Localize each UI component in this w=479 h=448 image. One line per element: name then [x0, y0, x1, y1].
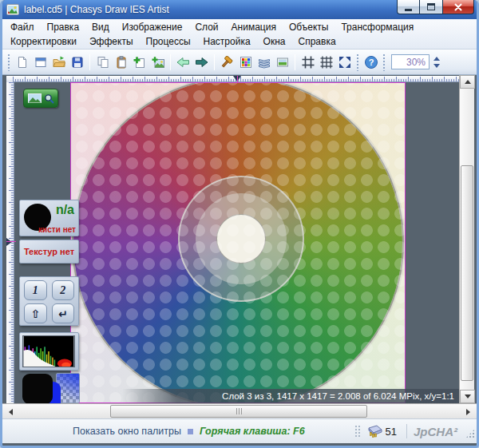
- photo-thumbnail-icon: [28, 93, 42, 103]
- copy-icon: [97, 56, 109, 69]
- cd-disc-artwork: [73, 82, 402, 403]
- zoom-up-button[interactable]: [431, 55, 441, 62]
- paste-icon: [115, 56, 128, 69]
- zoom-level-input[interactable]: [391, 54, 430, 69]
- statusbar-grip: [354, 425, 361, 438]
- redo-icon: [195, 56, 208, 69]
- chevron-up-icon: [433, 57, 440, 61]
- new-image-layer-icon: [152, 56, 164, 69]
- menu-layer[interactable]: Слой: [188, 21, 224, 34]
- enter-button[interactable]: ↵: [52, 303, 75, 323]
- menubar: Файл Правка Вид Изображение Слой Анимаци…: [2, 19, 477, 50]
- redo-button[interactable]: [192, 53, 211, 71]
- new-document-icon: [16, 56, 29, 69]
- close-button[interactable]: [442, 0, 474, 14]
- new-document-button[interactable]: [13, 53, 31, 71]
- hammer-icon: [221, 56, 234, 69]
- menu-animation[interactable]: Анимация: [225, 21, 283, 34]
- minimize-button[interactable]: [397, 0, 420, 14]
- app-window: label.cd5 | Chasys Draw IES Artist Файл …: [0, 0, 479, 448]
- menu-edit[interactable]: Правка: [41, 21, 86, 34]
- scroll-right-button[interactable]: [461, 405, 475, 418]
- horizontal-scrollbar[interactable]: [2, 403, 477, 418]
- statusbar: Показать окно палитры Горячая клавиша: F…: [2, 418, 477, 443]
- save-button[interactable]: [68, 53, 86, 71]
- toolbar-grip[interactable]: [6, 54, 11, 71]
- texture-panel[interactable]: Текстур нет: [19, 240, 79, 264]
- zoom-spinner: [431, 55, 441, 69]
- menu-objects[interactable]: Объекты: [283, 21, 335, 34]
- image-button[interactable]: [273, 53, 291, 71]
- menu-image[interactable]: Изображение: [116, 21, 189, 34]
- help-button[interactable]: ?: [362, 53, 380, 71]
- histogram-panel[interactable]: [19, 332, 79, 371]
- maximize-icon: [427, 3, 435, 10]
- scroll-down-button[interactable]: [460, 390, 475, 403]
- undo-icon: [176, 56, 190, 69]
- layers-button[interactable]: [255, 53, 273, 71]
- vertical-scrollbar-thumb[interactable]: [461, 165, 473, 381]
- scroll-left-button[interactable]: [4, 405, 18, 418]
- toolbar-grip[interactable]: [382, 54, 386, 71]
- statusbar-hotkey: Горячая клавиша: F6: [200, 426, 305, 437]
- menu-row-1: Файл Правка Вид Изображение Слой Анимаци…: [4, 20, 475, 34]
- menu-view[interactable]: Вид: [85, 21, 116, 34]
- grid-button[interactable]: [317, 53, 335, 71]
- brush-panel[interactable]: n/a кисти нет: [19, 200, 79, 236]
- scroll-right-icon: [466, 409, 470, 415]
- zoom-control: [391, 54, 441, 69]
- paste-button[interactable]: [112, 53, 130, 71]
- new-layer-button[interactable]: [130, 53, 148, 71]
- window-controls: [397, 0, 474, 14]
- ruler-marker-y: [6, 238, 12, 246]
- canvas-status-overlay: Слой 3 из 3, 1417 x 1417 = 2.008 of 6.02…: [122, 389, 459, 403]
- new-layer-icon: [133, 56, 146, 69]
- titlebar[interactable]: label.cd5 | Chasys Draw IES Artist: [0, 0, 479, 19]
- maximize-button[interactable]: [420, 0, 442, 14]
- magnifier-icon: [44, 93, 54, 104]
- palette-button[interactable]: [236, 53, 255, 71]
- fullscreen-icon: [338, 56, 351, 69]
- menu-effects[interactable]: Эффекты: [83, 35, 140, 48]
- new-window-button[interactable]: [31, 53, 49, 71]
- foreground-color-swatch[interactable]: [22, 374, 53, 403]
- menu-windows[interactable]: Окна: [257, 35, 292, 48]
- menu-help[interactable]: Справка: [292, 35, 342, 48]
- menu-settings[interactable]: Настройка: [197, 35, 257, 48]
- tools-button[interactable]: [218, 53, 236, 71]
- statusbar-bullet-icon: [188, 429, 193, 434]
- navigator-button[interactable]: [23, 89, 58, 108]
- scrollbar-grip-icon: [239, 408, 240, 414]
- frame-button[interactable]: [299, 53, 317, 71]
- brand-label: JpCHA²: [414, 425, 457, 438]
- new-image-layer-button[interactable]: [148, 53, 167, 71]
- memory-usage-value: 51: [386, 426, 397, 438]
- canvas[interactable]: [70, 82, 406, 403]
- preset-2-button[interactable]: 2: [52, 280, 75, 300]
- zoom-down-button[interactable]: [431, 62, 441, 69]
- vertical-scrollbar[interactable]: [459, 75, 474, 403]
- open-button[interactable]: [49, 53, 68, 71]
- menu-adjustments[interactable]: Корректировки: [4, 35, 83, 48]
- menu-file[interactable]: Файл: [4, 21, 41, 34]
- toolbar-grip[interactable]: [355, 54, 360, 71]
- horizontal-scrollbar-thumb[interactable]: [110, 405, 367, 418]
- fullscreen-button[interactable]: [335, 53, 354, 71]
- scroll-left-icon: [9, 409, 13, 415]
- copy-button[interactable]: [93, 53, 112, 71]
- menu-transform[interactable]: Трансформация: [335, 21, 420, 34]
- resize-grip[interactable]: [465, 429, 475, 438]
- shift-button[interactable]: ⇧: [24, 303, 47, 323]
- undo-button[interactable]: [174, 53, 192, 71]
- chevron-down-icon: [433, 64, 440, 68]
- app-icon: [6, 4, 19, 15]
- scroll-up-button[interactable]: [460, 75, 475, 89]
- cd-center-hole: [216, 214, 266, 264]
- memory-chip-icon: [366, 425, 383, 438]
- menu-row-2: Корректировки Эффекты Процессы Настройка…: [4, 34, 475, 49]
- statusbar-right: 51 JpCHA²: [354, 424, 477, 438]
- preset-1-button[interactable]: 1: [24, 280, 47, 300]
- menu-processes[interactable]: Процессы: [140, 35, 197, 48]
- quick-buttons-panel: 1 2 ⇧ ↵: [19, 276, 79, 326]
- toolbar-separator: [89, 54, 90, 70]
